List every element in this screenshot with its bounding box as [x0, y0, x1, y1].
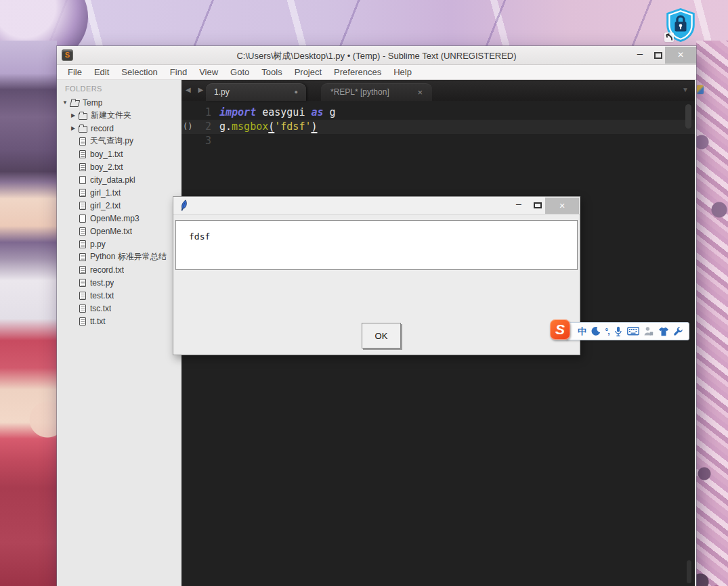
tree-item-icon [79, 150, 86, 158]
dialog-minimize-button[interactable]: – [513, 199, 524, 211]
tab-overflow-icon[interactable]: ▼ [682, 86, 689, 93]
tree-item-icon [79, 137, 86, 145]
menu-bar: FileEditSelectionFindViewGotoToolsProjec… [57, 65, 696, 80]
code-line-1: 1 import easygui as g [181, 106, 695, 120]
menu-item[interactable]: Selection [115, 67, 163, 77]
dialog-message: fdsf [176, 221, 577, 242]
dialog-close-button[interactable]: ✕ [545, 198, 579, 214]
tree-item-icon [79, 266, 86, 274]
tree-item[interactable]: tt.txt [57, 315, 181, 328]
tree-item-icon [79, 189, 86, 197]
wallpaper-blossoms [696, 41, 728, 586]
tree-item-label: record [91, 124, 114, 133]
code-area[interactable]: 1 import easygui as g () 2 g.msgbox('fds… [181, 101, 695, 148]
tree-item[interactable]: boy_1.txt [57, 148, 181, 160]
dialog-maximize-button[interactable] [534, 202, 542, 208]
tree-item-icon [79, 305, 86, 313]
title-bar[interactable]: S C:\Users\树成\Desktop\1.py • (Temp) - Su… [57, 46, 696, 65]
expand-arrow-icon[interactable]: ▶ [69, 125, 77, 131]
tree-item-label: tsc.txt [90, 304, 111, 313]
scrollbar-thumb[interactable] [685, 104, 691, 129]
close-button[interactable]: ✕ [665, 47, 696, 64]
tab-bar: ◀ ▶ 1.py ● *REPL* [python] × ▼ [181, 80, 695, 101]
minimize-button[interactable]: – [634, 49, 646, 61]
tab-close-icon[interactable]: × [417, 87, 423, 97]
tree-item[interactable]: record.txt [57, 263, 181, 276]
tree-item-label: OpenMe.mp3 [90, 214, 140, 223]
tree-item-icon [79, 292, 86, 300]
tree-item-label: boy_1.txt [90, 150, 123, 159]
tree-item[interactable]: ▶ record [57, 122, 181, 135]
ime-toolbar: 中 °, [566, 322, 689, 340]
tk-feather-icon [179, 200, 188, 214]
window-title: C:\Users\树成\Desktop\1.py • (Temp) - Subl… [57, 50, 696, 62]
tab-nav-arrows-icon[interactable]: ◀ ▶ [186, 86, 206, 93]
dialog-title-bar[interactable]: – ✕ [173, 197, 580, 215]
moon-icon[interactable] [591, 326, 601, 336]
tree-item[interactable]: ▼ Temp [57, 96, 181, 109]
tree-item-icon [79, 124, 87, 133]
tree-item-label: 天气查询.py [90, 135, 133, 147]
menu-item[interactable]: Project [288, 67, 328, 77]
tree-item-label: record.txt [90, 265, 124, 275]
code-line-3: 3 [181, 134, 695, 148]
tree-item[interactable]: girl_2.txt [57, 199, 181, 212]
tree-item[interactable]: girl_1.txt [57, 186, 181, 199]
desktop-icon-partial[interactable] [697, 85, 704, 94]
tree-item[interactable]: boy_2.txt [57, 160, 181, 173]
tree-item[interactable]: Python 标准异常总结 [57, 250, 181, 263]
tree-item-icon [79, 111, 87, 120]
expand-arrow-icon[interactable]: ▶ [69, 112, 77, 118]
microphone-icon[interactable] [614, 326, 623, 337]
code-line-2: () 2 g.msgbox('fdsf') [181, 120, 695, 134]
tree-item-label: Python 标准异常总结 [90, 251, 167, 263]
tree-item-label: test.txt [90, 291, 114, 300]
menu-item[interactable]: Preferences [328, 67, 387, 77]
tab-label: *REPL* [python] [330, 87, 389, 97]
tree-item-label: Temp [83, 98, 102, 108]
tree-item[interactable]: test.py [57, 276, 181, 289]
tree-item-label: city_data.pkl [90, 175, 135, 185]
ok-button[interactable]: OK [362, 323, 401, 348]
tree-item-label: girl_2.txt [90, 201, 121, 210]
maximize-button[interactable] [654, 52, 662, 59]
menu-item[interactable]: View [193, 67, 224, 77]
menu-item[interactable]: Help [387, 67, 418, 77]
scrollbar-thumb[interactable] [687, 560, 691, 583]
tree-item[interactable]: p.py [57, 238, 181, 250]
tree-item[interactable]: test.txt [57, 289, 181, 302]
tree-item-icon [79, 202, 86, 210]
tree-item-label: 新建文件夹 [91, 110, 131, 121]
tab-label: 1.py [214, 87, 230, 97]
tree-item-icon [79, 227, 86, 235]
menu-item[interactable]: Goto [224, 67, 255, 77]
tree-item[interactable]: OpenMe.txt [57, 225, 181, 238]
tree-item-icon [79, 215, 86, 223]
tab-repl[interactable]: *REPL* [python] × [321, 83, 432, 101]
wallpaper-character [0, 41, 57, 586]
desktop-shortcut-security[interactable] [663, 7, 698, 43]
menu-item[interactable]: File [62, 67, 88, 77]
keyboard-icon[interactable] [627, 327, 639, 336]
menu-item[interactable]: Find [164, 67, 193, 77]
menu-item[interactable]: Tools [255, 67, 288, 77]
tree-item[interactable]: ▶ 新建文件夹 [57, 109, 181, 122]
menu-item[interactable]: Edit [88, 67, 115, 77]
sogou-logo-icon[interactable]: S [550, 319, 570, 340]
punctuation-icon[interactable]: °, [605, 327, 609, 336]
chinese-mode-icon[interactable]: 中 [578, 325, 586, 338]
tree-item[interactable]: city_data.pkl [57, 173, 181, 186]
tree-item-label: boy_2.txt [90, 162, 123, 172]
tree-item-icon [79, 253, 86, 261]
tree-item[interactable]: OpenMe.mp3 [57, 212, 181, 225]
tree-item-label: OpenMe.txt [90, 227, 132, 236]
expand-arrow-icon[interactable]: ▼ [61, 99, 69, 106]
wrench-toolbox-icon[interactable] [673, 326, 683, 336]
tree-item-icon [79, 317, 86, 325]
tree-item[interactable]: 天气查询.py [57, 135, 181, 148]
account-icon[interactable] [643, 326, 654, 336]
tab-1py[interactable]: 1.py ● [206, 83, 306, 101]
tree-item[interactable]: tsc.txt [57, 302, 181, 315]
skin-shirt-icon[interactable] [658, 327, 669, 336]
msgbox-dialog: – ✕ fdsf OK [173, 196, 580, 355]
